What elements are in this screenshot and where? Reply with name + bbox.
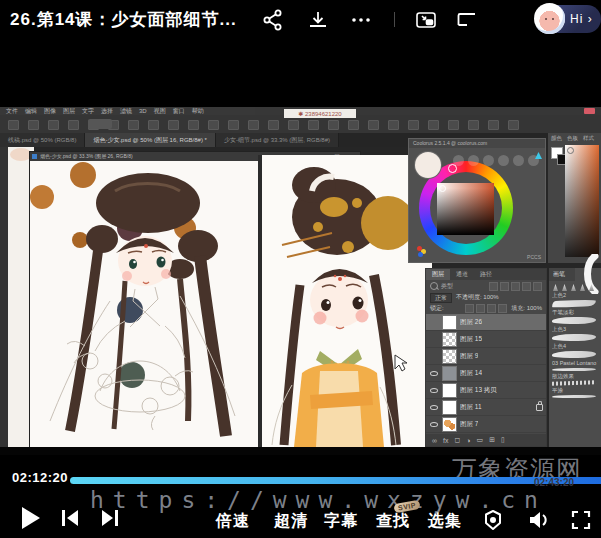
layers-footer-icon: ∞ — [432, 437, 437, 444]
filter-icons — [489, 282, 542, 291]
color-panel-tabs: 颜色色板样式 — [548, 133, 601, 144]
settings-icon[interactable] — [482, 509, 504, 531]
layer-lock-icon — [536, 404, 543, 411]
color-panel-tab: 色板 — [567, 135, 578, 142]
brush-stroke-sample — [552, 351, 596, 358]
player-window: 26.第14课：少女面部细节... — [0, 0, 601, 538]
play-button[interactable] — [18, 505, 42, 531]
previous-button[interactable] — [60, 508, 80, 528]
picture-in-picture-icon[interactable] — [414, 8, 438, 32]
video-frame[interactable]: 文件编辑图像图层文字选择滤镜3D视图窗口帮助 线稿.psd @ 50% (RGB… — [0, 107, 601, 455]
layer-visibility-icon — [429, 402, 439, 412]
brush-stroke-sample — [552, 299, 596, 308]
next-button[interactable] — [100, 508, 120, 528]
ps-menu-item: 编辑 — [25, 107, 37, 115]
brush-label: 上色4 — [552, 343, 598, 350]
layers-footer-icon: ◑ — [466, 437, 470, 444]
subtitle-button[interactable]: 字幕 — [324, 511, 358, 532]
layer-row: 图层 13 拷贝 — [426, 382, 546, 399]
layer-thumbnail — [442, 417, 457, 432]
coolorus-title: Coolorus 2.5.1.4 @ coolorus.com — [409, 139, 545, 148]
layer-thumbnail — [442, 383, 457, 398]
layer-name: 图层 26 — [460, 318, 482, 327]
brush-item: 上色3 — [549, 326, 601, 341]
ps-menu-red-icon — [584, 108, 595, 114]
ps-menu-item: 选择 — [101, 107, 113, 115]
right-character-illustration — [262, 155, 432, 447]
layer-row: 图层 7 — [426, 416, 546, 433]
layers-footer-icon: ◻ — [454, 436, 460, 444]
header-divider — [394, 12, 395, 27]
episodes-button[interactable]: 选集 — [428, 511, 462, 532]
layers-panel-tab: 通道 — [450, 269, 474, 280]
saturation-marker — [439, 185, 446, 192]
brush-item: 上色4 — [549, 343, 601, 358]
layer-visibility-icon — [429, 317, 439, 327]
progress-bar[interactable] — [70, 477, 601, 484]
layer-row: 图层 15 — [426, 331, 546, 348]
brush-stroke-sample — [552, 368, 596, 371]
ps-menu-item: 3D — [139, 107, 147, 115]
download-icon[interactable] — [306, 8, 330, 32]
ps-menu-item: 帮助 — [192, 107, 204, 115]
ps-menu-item: 文字 — [82, 107, 94, 115]
layers-panel-tabs: 图层通道路径 — [426, 269, 546, 280]
coolorus-footer: PCCS — [527, 254, 541, 260]
layer-visibility-icon — [429, 351, 439, 361]
url-watermark: https://www.wxzyw.cn — [90, 487, 547, 513]
brush-item: 上色2 — [549, 292, 601, 307]
mini-window-icon[interactable] — [455, 8, 479, 32]
ps-document-tab: 烟色-少女.psd @ 50% (图层 16, RGB/8#) * — [85, 133, 215, 147]
current-time: 02:12:20 — [12, 470, 68, 485]
volume-icon[interactable] — [527, 509, 549, 531]
brush-label: 干笔淡彩 — [552, 309, 598, 316]
filter-label: 类型 — [441, 282, 453, 291]
layer-row: 图层 11 — [426, 399, 546, 416]
lock-icons — [465, 304, 507, 313]
layer-row: 图层 9 — [426, 348, 546, 365]
layer-name: 图层 11 — [460, 403, 482, 412]
color-panel: 颜色色板样式 — [548, 133, 601, 263]
brush-label: 上色3 — [552, 326, 598, 333]
layer-name: 图层 7 — [460, 420, 478, 429]
brush-item: 平涂 — [549, 387, 601, 398]
brushes-panel: 画笔 上色2 干笔淡彩 上色3 上色4 03 Pastel Lontano 70… — [549, 268, 601, 447]
brush-label: 03 Pastel Lontano 70 — [552, 360, 598, 367]
hi-label: Hi › — [570, 12, 593, 26]
layer-row: 图层 14 — [426, 365, 546, 382]
layers-panel: 图层通道路径 类型 正常 不透明度: 100% 锁定: 填充: 100% 图层 … — [425, 268, 547, 447]
ps-option-button — [88, 119, 112, 129]
share-icon[interactable] — [261, 8, 285, 32]
blend-mode-row: 正常 不透明度: 100% — [426, 292, 546, 303]
brush-item: 干笔淡彩 — [549, 309, 601, 324]
total-time: 02:43:20 — [534, 477, 574, 488]
more-icon[interactable] — [349, 8, 373, 32]
quality-button[interactable]: 超清 — [274, 511, 308, 532]
layers-footer-icon: ⊞ — [489, 436, 495, 444]
brush-label: 散边效果 — [552, 373, 598, 380]
layers-panel-tab: 路径 — [474, 269, 498, 280]
blend-mode-select: 正常 — [430, 293, 452, 303]
video-title: 26.第14课：少女面部细节... — [10, 8, 237, 31]
brush-label: 平涂 — [552, 387, 598, 394]
layer-visibility-icon — [429, 334, 439, 344]
brush-stroke-sample — [552, 334, 596, 341]
search-icon — [430, 282, 438, 290]
find-button[interactable]: 查找 — [376, 511, 410, 532]
brush-stroke-sample — [552, 395, 596, 398]
account-button[interactable]: Hi › — [537, 5, 601, 33]
fullscreen-icon[interactable] — [571, 510, 591, 530]
lock-label: 锁定: — [430, 304, 444, 313]
fill-label: 填充: 100% — [511, 304, 542, 313]
layer-name: 图层 15 — [460, 335, 482, 344]
layer-list: 图层 26 图层 15 图层 9 图层 14 图层 13 拷贝 图层 11 图层… — [426, 314, 546, 433]
layers-footer-icon: ▭ — [477, 436, 484, 444]
ps-menu-item: 图像 — [44, 107, 56, 115]
layers-footer-icon: ▯ — [501, 436, 505, 444]
ps-toolbar-icons — [8, 120, 519, 130]
layer-thumbnail — [442, 315, 457, 330]
color-panel-tab: 颜色 — [551, 135, 562, 142]
speed-button[interactable]: 倍速 — [216, 511, 250, 532]
phone-watermark: ✱ 23894621220 — [284, 109, 356, 118]
layer-name: 图层 14 — [460, 369, 482, 378]
